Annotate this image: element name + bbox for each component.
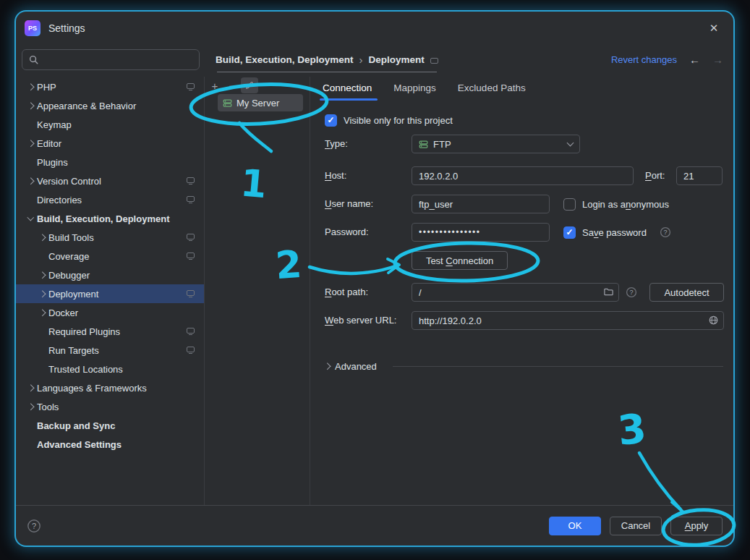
autodetect-button[interactable]: Autodetect — [649, 283, 724, 302]
indent-spacer — [36, 363, 48, 375]
indent-spacer — [25, 420, 37, 431]
sidebar-item-coverage[interactable]: Coverage — [16, 247, 204, 266]
server-icon — [223, 98, 232, 108]
add-server-button[interactable]: + — [206, 77, 223, 93]
chevron-right-icon[interactable] — [25, 382, 37, 394]
phpstorm-logo-icon: PS — [25, 20, 41, 36]
forward-arrow-icon[interactable]: → — [712, 54, 723, 66]
sidebar-item-label: Deployment — [48, 289, 98, 300]
indent-spacer — [25, 119, 37, 130]
chevron-right-icon[interactable] — [36, 288, 48, 300]
sidebar-item-label: Version Control — [37, 176, 101, 187]
chevron-right-icon[interactable] — [25, 137, 37, 149]
sidebar-item-label: Tools — [37, 402, 59, 412]
advanced-toggle[interactable]: Advanced — [321, 360, 377, 372]
root-path-input[interactable] — [412, 283, 619, 302]
remove-server-button[interactable]: − — [223, 77, 241, 93]
title-bar: PS Settings ✕ — [16, 12, 733, 45]
type-label: Type: — [325, 138, 348, 149]
user-name-input[interactable] — [412, 195, 550, 213]
login-anonymous-checkbox[interactable] — [563, 198, 576, 211]
sidebar-item-label: Backup and Sync — [37, 420, 115, 431]
sidebar-item-directories[interactable]: Directories — [16, 190, 204, 209]
tab-bar: Connection Mappings Excluded Paths — [323, 78, 526, 97]
settings-search[interactable] — [22, 49, 200, 70]
sidebar-item-label: Run Targets — [48, 345, 99, 356]
server-name: My Server — [236, 98, 279, 109]
sidebar-item-label: Keymap — [37, 119, 72, 130]
test-connection-button[interactable]: Test Connection — [412, 251, 508, 270]
breadcrumb-separator: › — [359, 54, 363, 66]
sidebar-item-required-plugins[interactable]: Required Plugins — [16, 322, 204, 341]
chevron-right-icon[interactable] — [36, 232, 48, 243]
tab-connection[interactable]: Connection — [323, 82, 372, 93]
svg-text:?: ? — [629, 289, 633, 296]
tab-excluded-paths[interactable]: Excluded Paths — [458, 82, 526, 93]
type-select[interactable]: FTP — [412, 135, 580, 153]
window-title: Settings — [48, 22, 85, 34]
sidebar-item-debugger[interactable]: Debugger — [16, 266, 204, 284]
sidebar-item-label: Directories — [37, 195, 82, 205]
sidebar-item-label: Required Plugins — [48, 326, 120, 337]
monitor-icon — [187, 234, 195, 239]
indent-spacer — [25, 156, 37, 168]
sidebar-item-keymap[interactable]: Keymap — [16, 115, 204, 134]
sidebar-item-deployment[interactable]: Deployment — [16, 284, 204, 303]
sidebar-item-build-execution-deployment[interactable]: Build, Execution, Deployment — [16, 209, 204, 228]
sidebar-item-docker[interactable]: Docker — [16, 303, 204, 322]
host-input[interactable] — [412, 166, 634, 185]
visible-project-checkbox[interactable] — [325, 114, 337, 127]
revert-changes-link[interactable]: Revert changes — [611, 54, 677, 65]
port-label: Port: — [645, 170, 665, 181]
breadcrumb-item[interactable]: Deployment — [369, 54, 425, 65]
sidebar-item-build-tools[interactable]: Build Tools — [16, 228, 204, 247]
sidebar-item-run-targets[interactable]: Run Targets — [16, 341, 204, 360]
chevron-right-icon[interactable] — [25, 100, 37, 111]
save-password-label: Save password — [582, 227, 647, 238]
apply-button[interactable]: Apply — [670, 517, 723, 535]
chevron-right-icon[interactable] — [36, 307, 48, 318]
anonymous-row: Login as anonymous — [563, 198, 669, 211]
cancel-button[interactable]: Cancel — [610, 517, 662, 535]
search-input[interactable] — [43, 54, 193, 66]
breadcrumb-item[interactable]: Build, Execution, Deployment — [216, 54, 354, 65]
sidebar-item-label: Appearance & Behavior — [37, 101, 136, 111]
save-password-checkbox[interactable] — [563, 226, 576, 239]
password-input[interactable] — [412, 223, 550, 242]
sidebar-item-backup-and-sync[interactable]: Backup and Sync — [16, 416, 204, 435]
web-server-url-input[interactable] — [412, 311, 724, 330]
folder-icon[interactable] — [603, 287, 614, 297]
close-icon[interactable]: ✕ — [706, 22, 722, 35]
sidebar-item-editor[interactable]: Editor — [16, 134, 204, 153]
pencil-icon — [244, 80, 255, 90]
sidebar-item-plugins[interactable]: Plugins — [16, 153, 204, 171]
server-list-panel: + − My Server — [205, 77, 310, 505]
help-circle-icon[interactable]: ? — [27, 519, 41, 533]
sidebar-item-php[interactable]: PHP — [16, 77, 204, 96]
port-input[interactable] — [676, 166, 723, 185]
sidebar-item-advanced-settings[interactable]: Advanced Settings — [16, 435, 204, 454]
sidebar-item-version-control[interactable]: Version Control — [16, 171, 204, 190]
svg-text:?: ? — [663, 229, 667, 236]
chevron-right-icon[interactable] — [25, 175, 37, 187]
chevron-down-icon[interactable] — [25, 213, 37, 224]
tab-mappings[interactable]: Mappings — [393, 82, 436, 93]
back-arrow-icon[interactable]: ← — [689, 54, 700, 66]
monitor-icon — [187, 290, 195, 296]
ok-button[interactable]: OK — [549, 517, 601, 535]
help-circle-icon[interactable]: ? — [660, 226, 671, 238]
sidebar-item-appearance-behavior[interactable]: Appearance & Behavior — [16, 96, 204, 115]
svg-text:?: ? — [32, 522, 36, 530]
help-circle-icon[interactable]: ? — [626, 287, 637, 298]
sidebar-item-trusted-locations[interactable]: Trusted Locations — [16, 360, 204, 378]
type-select-value: FTP — [433, 139, 451, 150]
host-label: Host: — [325, 170, 346, 181]
sidebar-item-tools[interactable]: Tools — [16, 397, 204, 416]
chevron-right-icon[interactable] — [36, 269, 48, 281]
sidebar-item-label: Coverage — [48, 251, 89, 262]
chevron-right-icon[interactable] — [25, 81, 37, 93]
chevron-right-icon[interactable] — [25, 401, 37, 412]
edit-server-button[interactable] — [241, 77, 258, 93]
server-list-item-my-server[interactable]: My Server — [218, 94, 303, 111]
sidebar-item-languages-frameworks[interactable]: Languages & Frameworks — [16, 378, 204, 397]
